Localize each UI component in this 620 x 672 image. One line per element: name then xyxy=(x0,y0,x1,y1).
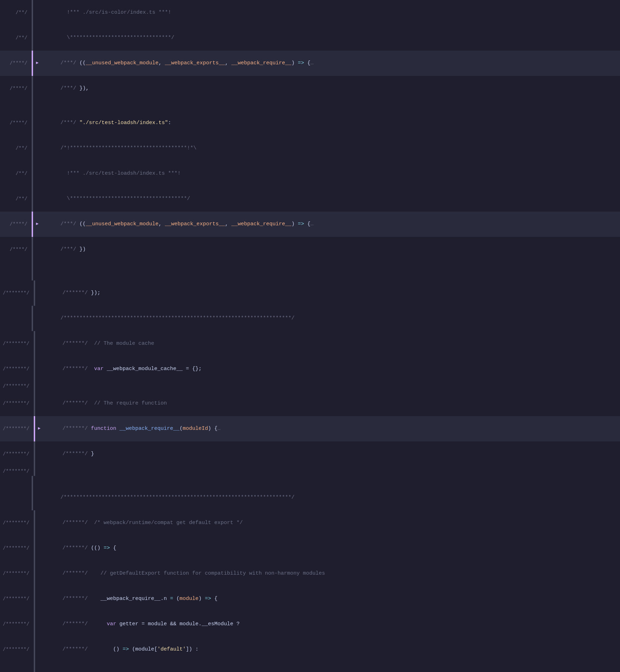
code-line: /****/ /***/ }) xyxy=(0,237,620,262)
line-gutter: /*******/ xyxy=(0,382,34,390)
line-gutter: /**/ xyxy=(0,170,32,177)
line-gutter: /*******/ xyxy=(0,570,34,577)
line-content: /******/ }); xyxy=(42,280,620,306)
line-content: \********************************/ xyxy=(40,25,620,51)
line-content: /******/ // The module cache xyxy=(42,331,620,356)
line-content: !*** ./src/test-loadsh/index.ts ***! xyxy=(40,161,620,186)
line-gutter: /*******/ xyxy=(0,544,34,552)
line-gutter: /*******/ xyxy=(0,646,34,653)
line-gutter: /*******/ xyxy=(0,400,34,407)
line-content: /******/ // The require function xyxy=(42,391,620,416)
line-gutter: /*******/ xyxy=(0,425,34,433)
line-content: /******/ __webpack_require__.n = (module… xyxy=(42,586,620,612)
code-line: /*******/ xyxy=(0,467,620,476)
keyword-function: function xyxy=(91,426,116,432)
code-line xyxy=(0,476,620,485)
code-line-active: /*******/ ▶ /******/ function __webpack_… xyxy=(0,416,620,441)
code-line-active: /****/ ▶ /***/ ((__unused_webpack_module… xyxy=(0,51,620,76)
line-content: /***/ ((__unused_webpack_module, __webpa… xyxy=(40,51,620,76)
line-content: /******/ () => (module); xyxy=(42,662,620,672)
code-line-active: /****/ ▶ /***/ ((__unused_webpack_module… xyxy=(0,212,620,237)
line-gutter: /*******/ xyxy=(0,620,34,628)
line-gutter: /*******/ xyxy=(0,519,34,527)
code-line: /**/ \********************************/ xyxy=(0,25,620,51)
line-gutter: /****/ xyxy=(0,119,32,127)
code-line: /*******/ /******/ var getter = module &… xyxy=(0,612,620,637)
line-content: !*** ./src/is-color/index.ts ***! xyxy=(40,0,620,25)
code-line: /*******/ /******/ __webpack_require__.n… xyxy=(0,586,620,612)
line-content: /******/ (() => { xyxy=(42,536,620,561)
line-gutter: /*******/ xyxy=(0,467,34,475)
line-content: /***/ "./src/test-loadsh/index.ts": xyxy=(40,110,620,136)
line-content: /***/ }), xyxy=(40,76,620,101)
line-content: /******/ // getDefaultExport function fo… xyxy=(42,561,620,586)
code-line xyxy=(0,262,620,271)
code-line: /*******/ /******/ // getDefaultExport f… xyxy=(0,561,620,586)
line-gutter: /**/ xyxy=(0,34,32,42)
code-line: /**/ !*** ./src/test-loadsh/index.ts ***… xyxy=(0,161,620,186)
line-gutter: /**/ xyxy=(0,9,32,17)
code-line: /*******/ /******/ (() => { xyxy=(0,536,620,561)
line-gutter: /****/ xyxy=(0,59,32,67)
line-content: /******/ () => (module['default']) : xyxy=(42,637,620,662)
code-line: /**/ /*!********************************… xyxy=(0,136,620,161)
line-content: /***************************************… xyxy=(40,306,620,331)
code-line: /**/ \**********************************… xyxy=(0,186,620,212)
line-content: /***/ }) xyxy=(40,237,620,262)
code-line: /*******/ /******/ var __webpack_module_… xyxy=(0,356,620,382)
code-editor: /**/ !*** ./src/is-color/index.ts ***! /… xyxy=(0,0,620,672)
code-line: /****/ /***/ "./src/test-loadsh/index.ts… xyxy=(0,110,620,136)
arrow-indicator: ▶ xyxy=(34,221,40,227)
line-content: /***************************************… xyxy=(40,485,620,510)
line-content: /******/ } xyxy=(42,441,620,467)
line-gutter: /****/ xyxy=(0,85,32,92)
arrow-indicator: ▶ xyxy=(34,60,40,66)
line-content: /******/ var getter = module && module._… xyxy=(42,612,620,637)
arrow-indicator: ▶ xyxy=(37,425,42,432)
line-gutter: /*******/ xyxy=(0,595,34,603)
code-line: /***************************************… xyxy=(0,485,620,510)
line-gutter: /*******/ xyxy=(0,289,34,297)
line-content: \*************************************/ xyxy=(40,186,620,212)
code-line: /*******/ /******/ }); xyxy=(0,280,620,306)
code-line: /*******/ /******/ // The module cache xyxy=(0,331,620,356)
line-gutter: /*******/ xyxy=(0,450,34,458)
code-line: /*******/ xyxy=(0,382,620,391)
line-content: /*!*************************************… xyxy=(40,136,620,161)
code-line: /*******/ /******/ () => (module['defaul… xyxy=(0,637,620,662)
line-gutter: /*******/ xyxy=(0,365,34,373)
code-line: /*******/ /******/ () => (module); xyxy=(0,662,620,672)
line-gutter: /**/ xyxy=(0,195,32,203)
line-content: /******/ /* webpack/runtime/compat get d… xyxy=(42,510,620,536)
line-gutter: /*******/ xyxy=(0,340,34,348)
line-content: /******/ function __webpack_require__(mo… xyxy=(42,416,620,441)
line-gutter: /****/ xyxy=(0,246,32,253)
code-line: /*******/ /******/ } xyxy=(0,441,620,467)
code-line xyxy=(0,101,620,110)
line-gutter: /**/ xyxy=(0,144,32,152)
line-content: /***/ ((__unused_webpack_module, __webpa… xyxy=(40,212,620,237)
code-line: /***************************************… xyxy=(0,306,620,331)
code-line: /****/ /***/ }), xyxy=(0,76,620,101)
code-line xyxy=(0,271,620,280)
code-line: /*******/ /******/ // The require functi… xyxy=(0,391,620,416)
code-line: /*******/ /******/ /* webpack/runtime/co… xyxy=(0,510,620,536)
line-content: /******/ var __webpack_module_cache__ = … xyxy=(42,356,620,382)
line-gutter: /****/ xyxy=(0,220,32,228)
code-line: /**/ !*** ./src/is-color/index.ts ***! xyxy=(0,0,620,25)
